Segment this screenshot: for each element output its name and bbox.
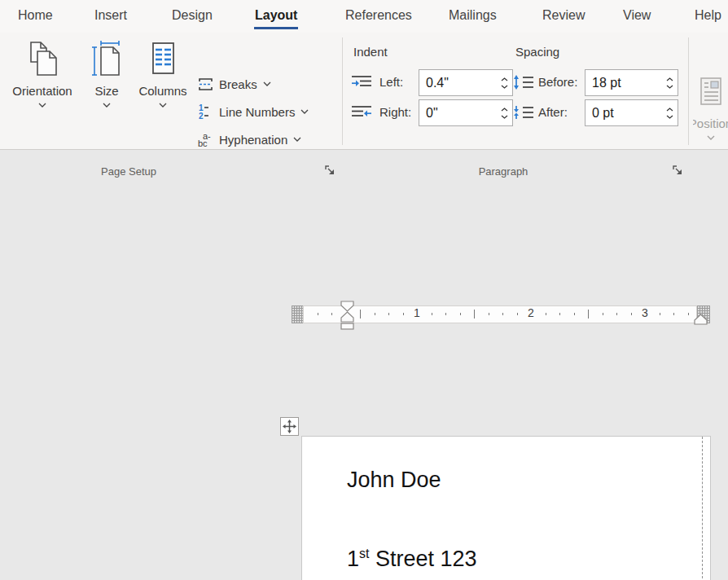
spacing-before-icon bbox=[513, 74, 534, 90]
ruler-number: 1 bbox=[414, 307, 420, 319]
breaks-button[interactable]: Breaks bbox=[197, 72, 271, 96]
right-indent-marker[interactable] bbox=[694, 314, 708, 325]
tab-home[interactable]: Home bbox=[18, 0, 53, 33]
line-numbers-icon: 1 2 bbox=[197, 103, 214, 121]
spinner-down-icon[interactable] bbox=[501, 85, 508, 89]
hyphenation-icon: a- bc bbox=[197, 131, 214, 148]
chevron-down-icon bbox=[103, 103, 111, 108]
ruler-tick bbox=[660, 313, 660, 315]
spacing-after-spinner bbox=[661, 100, 678, 125]
ruler-number: 2 bbox=[528, 307, 534, 319]
ruler-tick bbox=[403, 313, 404, 315]
document-page[interactable]: John Doe 1st Street 123 +123456789 bbox=[301, 436, 711, 580]
breaks-label: Breaks bbox=[219, 77, 257, 91]
spacing-after-field[interactable]: 0 pt bbox=[585, 99, 678, 126]
text-boundary-dashed-line bbox=[702, 437, 703, 580]
tab-view[interactable]: View bbox=[623, 0, 651, 33]
ruler-tick bbox=[688, 313, 689, 315]
ruler-tick bbox=[603, 313, 603, 315]
line-numbers-button[interactable]: 1 2 Line Numbers bbox=[197, 99, 309, 124]
hyphenation-label: Hyphenation bbox=[219, 133, 287, 147]
tab-design[interactable]: Design bbox=[172, 0, 213, 33]
indent-left-field[interactable]: 0.4" bbox=[419, 69, 513, 96]
indent-right-value: 0" bbox=[419, 106, 496, 121]
position-label: Position bbox=[693, 116, 728, 130]
spinner-down-icon[interactable] bbox=[666, 85, 673, 89]
ruler-tick bbox=[489, 313, 489, 315]
columns-icon bbox=[144, 37, 182, 82]
chevron-down-icon bbox=[300, 109, 309, 114]
indent-section-label: Indent bbox=[353, 45, 388, 59]
spacing-before-label: Before: bbox=[538, 75, 577, 89]
ruler-tick-layer: 123 bbox=[292, 301, 710, 330]
tab-review[interactable]: Review bbox=[542, 0, 585, 33]
tab-insert[interactable]: Insert bbox=[94, 0, 127, 33]
size-button[interactable]: Size bbox=[81, 37, 132, 134]
ruler-tick bbox=[318, 313, 318, 315]
left-indent-marker[interactable] bbox=[340, 323, 354, 330]
spinner-up-icon[interactable] bbox=[501, 108, 508, 112]
chevron-down-icon bbox=[159, 103, 167, 108]
columns-label: Columns bbox=[138, 84, 186, 98]
document-area: 123 John Doe 1st Street 123 + bbox=[0, 151, 728, 580]
hyphenation-button[interactable]: a- bc Hyphenation bbox=[197, 127, 301, 152]
spinner-down-icon[interactable] bbox=[501, 115, 508, 119]
columns-button[interactable]: Columns bbox=[135, 37, 191, 134]
ruler-tick bbox=[388, 313, 389, 315]
tab-references[interactable]: References bbox=[345, 0, 412, 33]
orientation-button[interactable]: Orientation bbox=[8, 37, 77, 134]
spacing-after-icon bbox=[513, 104, 534, 121]
spacing-before-field[interactable]: 18 pt bbox=[585, 69, 678, 96]
line-numbers-label: Line Numbers bbox=[219, 105, 295, 119]
ruler-tick bbox=[588, 310, 589, 319]
ruler-number: 3 bbox=[642, 307, 648, 319]
ruler-tick bbox=[474, 310, 475, 319]
line2-rest: Street 123 bbox=[369, 547, 476, 571]
spinner-up-icon[interactable] bbox=[666, 77, 673, 81]
tab-help[interactable]: Help bbox=[695, 0, 721, 33]
ruler-tick bbox=[631, 313, 632, 315]
indent-right-field[interactable]: 0" bbox=[419, 99, 513, 126]
spinner-up-icon[interactable] bbox=[501, 77, 508, 81]
document-text-line[interactable]: John Doe bbox=[347, 468, 441, 493]
group-separator bbox=[688, 37, 689, 145]
spinner-down-icon[interactable] bbox=[666, 115, 673, 119]
indent-right-label: Right: bbox=[379, 105, 411, 119]
ruler-tick bbox=[375, 313, 375, 315]
svg-text:bc: bc bbox=[198, 138, 208, 148]
spacing-after-value: 0 pt bbox=[585, 106, 661, 121]
chevron-down-icon bbox=[707, 135, 715, 140]
ruler-tick bbox=[445, 313, 446, 315]
spacing-before-value: 18 pt bbox=[585, 76, 661, 90]
table-move-handle[interactable] bbox=[280, 417, 299, 436]
spacing-before-spinner bbox=[661, 70, 678, 95]
line2-superscript: st bbox=[359, 547, 369, 560]
ruler-tick bbox=[432, 313, 432, 315]
ruler-tick bbox=[673, 313, 674, 315]
spinner-up-icon[interactable] bbox=[666, 108, 673, 112]
tab-layout[interactable]: Layout bbox=[255, 0, 297, 33]
ruler-tick bbox=[460, 313, 461, 315]
first-line-indent-marker[interactable] bbox=[340, 301, 354, 312]
position-icon bbox=[697, 69, 725, 115]
tab-mailings[interactable]: Mailings bbox=[449, 0, 497, 33]
hanging-indent-marker[interactable] bbox=[340, 311, 354, 323]
chevron-down-icon bbox=[263, 81, 271, 86]
document-text-line[interactable]: 1st Street 123 bbox=[347, 547, 477, 572]
indent-right-spinner bbox=[496, 100, 512, 125]
orientation-icon bbox=[24, 37, 61, 82]
line2-base: 1 bbox=[347, 547, 359, 571]
ribbon-tab-bar: Home Insert Design Layout References Mai… bbox=[0, 0, 728, 33]
size-icon bbox=[88, 37, 125, 82]
breaks-icon bbox=[197, 76, 214, 93]
spacing-after-label: After: bbox=[538, 105, 568, 119]
indent-left-spinner bbox=[496, 70, 512, 95]
ruler-tick bbox=[517, 313, 518, 315]
chevron-down-icon bbox=[293, 137, 301, 142]
ruler-tick bbox=[360, 310, 361, 319]
size-label: Size bbox=[94, 84, 118, 98]
ruler-tick bbox=[546, 313, 546, 315]
ruler-tick bbox=[331, 313, 332, 315]
horizontal-ruler: 123 bbox=[292, 301, 710, 330]
indent-left-label: Left: bbox=[379, 75, 403, 89]
